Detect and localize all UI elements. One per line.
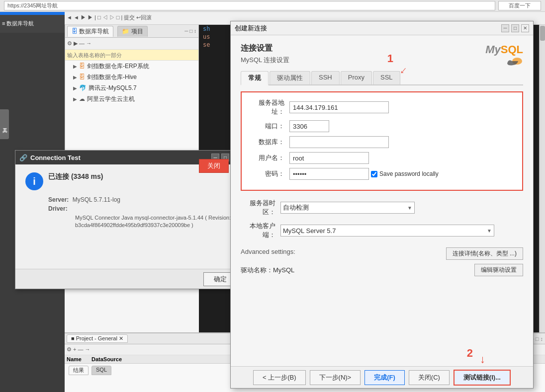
close-overlay-area: 关闭 (199, 159, 229, 173)
client-select[interactable]: MySQL Server 5.7 ▼ (280, 225, 494, 236)
tree-item-hive[interactable]: ▶ 🗄 剑指数据仓库-Hive (65, 72, 198, 82)
inner-tab-sql[interactable]: SQL (91, 366, 111, 375)
db-icon: 🗄 (79, 63, 85, 70)
create-connection-dialog: 创建新连接 ─ □ ✕ 连接设置 MySQL 连接设置 MySQL (230, 21, 534, 389)
conn-driver-row: Driver: (48, 205, 233, 212)
bottom-tool-icon[interactable]: ⚙ + — → (67, 346, 91, 353)
browser-bar: https://2345网址导航 百度一下 (0, 0, 545, 12)
db-nav-tab-project[interactable]: 📁 项目 (117, 26, 147, 37)
client-arrow: ▼ (487, 228, 492, 234)
tab-ssh[interactable]: SSH (311, 71, 340, 84)
pwd-label: 密码： (250, 169, 289, 178)
username-row: 用户名： (250, 152, 514, 164)
test-connection-button[interactable]: 测试链接(I)... (454, 370, 511, 386)
db-nav-tab-main[interactable]: 🗄 数据库导航 (67, 26, 113, 37)
client-row: 本地客户端： MySQL Server 5.7 ▼ (241, 222, 523, 239)
advanced-section: Advanced settings: 连接详情(名称、类型 ...) 驱动名称：… (241, 247, 523, 276)
annotation-2: 2 (467, 347, 473, 360)
next-button[interactable]: 下一步(N)> (310, 370, 361, 385)
header-row: 连接设置 MySQL 连接设置 MySQL (241, 43, 523, 71)
pwd-field-group: Save password locally (289, 168, 439, 180)
port-input[interactable] (289, 120, 329, 132)
create-conn-minimize[interactable]: ─ (501, 24, 509, 32)
toolbar-icons: ◄ ◄ ▶ ▶ | □ ◁ ▷ □ | 提交 ↩回滚 (67, 14, 152, 21)
save-pwd-label: Save password locally (379, 170, 439, 177)
password-row: 密码： Save password locally (250, 168, 514, 180)
db-icon: 🗄 (79, 74, 85, 80)
conn-info-row: i 已连接 (3348 ms) (25, 172, 233, 190)
tab-project-general[interactable]: ■ Project - General ✕ (67, 334, 128, 343)
save-pwd-checkbox[interactable] (371, 171, 377, 177)
conn-status: 已连接 (3348 ms) (48, 172, 103, 181)
side-labels: 工具 (0, 109, 9, 139)
conn-test-body: i 已连接 (3348 ms) Server: MySQL 5.7.11-log… (15, 164, 243, 269)
timezone-row: 服务器时区： 自动检测 ▼ (241, 199, 523, 217)
conn-detail-button[interactable]: 连接详情(名称、类型 ...) (446, 247, 523, 260)
create-conn-footer: < 上一步(B) 下一步(N)> 完成(F) 关闭(C) 测试链接(I)... (231, 366, 533, 388)
scrollbar-thumb[interactable] (540, 26, 545, 41)
browser-url: https://2345网址导航 (4, 1, 495, 10)
edit-driver-button[interactable]: 编辑驱动设置 (474, 264, 523, 276)
tab-driver-props[interactable]: 驱动属性 (270, 71, 310, 84)
tree-arrow: ▶ (73, 64, 77, 69)
tree-item-tencent[interactable]: ▶ 🐬 腾讯云-MySQL5.7 (65, 82, 198, 93)
tree-item-erp[interactable]: ▶ 🗄 剑指数据仓库-ERP系统 (65, 61, 198, 72)
conn-server-info: Server: MySQL 5.7.11-log Driver: MySQL C… (48, 196, 233, 230)
col-name: Name (67, 356, 82, 362)
tab-ssl[interactable]: SSL (373, 71, 400, 84)
db-icon: 🐬 (79, 84, 87, 91)
timezone-arrow: ▼ (407, 205, 412, 211)
side-label-tools[interactable]: 工具 (0, 109, 9, 139)
create-conn-title: 创建新连接 (235, 24, 267, 33)
database-row: 数据库： (250, 136, 514, 148)
conn-driver-value: MySQL Connector Java mysql-connector-jav… (75, 214, 233, 230)
mysql-dolphin-icon (503, 56, 523, 71)
browser-search[interactable]: 百度一下 (498, 1, 541, 10)
tree-item-aliyun[interactable]: ▶ ☁ 阿里云学生云主机 (65, 93, 198, 104)
db-nav-header: 🗄 数据库导航 📁 项目 ─ □ ↕ (65, 25, 198, 38)
host-row: 服务器地址： (250, 98, 514, 116)
finish-button[interactable]: 完成(F) (364, 370, 405, 385)
tree-arrow: ▶ (73, 75, 77, 80)
left-nav-db[interactable]: ≡ 数据库导航 (0, 15, 65, 33)
col-datasource: DataSource (91, 356, 122, 362)
info-icon: i (25, 172, 43, 190)
back-button[interactable]: < 上一步(B) (253, 370, 306, 385)
port-row: 端口： (250, 120, 514, 132)
db-label: 数据库： (250, 138, 289, 147)
user-label: 用户名： (250, 154, 289, 162)
client-label: 本地客户端： (241, 222, 280, 239)
conn-test-footer: 确定 (15, 269, 243, 289)
close-button[interactable]: 关闭(C) (409, 370, 450, 385)
user-input[interactable] (289, 152, 369, 164)
create-conn-body: 连接设置 MySQL 连接设置 MySQL 常规 驱动属性 SSH Proxy … (231, 35, 533, 366)
scrollbar[interactable] (539, 25, 545, 332)
mysql-logo: MySQL (485, 43, 523, 71)
db-nav-tool-btn[interactable]: ⚙ ▶ — → (67, 40, 91, 47)
timezone-label: 服务器时区： (241, 199, 280, 217)
tab-general[interactable]: 常规 (241, 71, 269, 85)
conn-tabs: 常规 驱动属性 SSH Proxy SSL (241, 71, 523, 85)
create-conn-close[interactable]: ✕ (521, 24, 529, 32)
conn-server-row: Server: MySQL 5.7.11-log (48, 196, 233, 203)
db-icon: ☁ (79, 95, 85, 102)
conn-info-details: 已连接 (3348 ms) (48, 172, 103, 185)
create-conn-maximize[interactable]: □ (511, 24, 519, 32)
advanced-header: Advanced settings: 连接详情(名称、类型 ...) (241, 247, 523, 260)
pwd-input[interactable] (289, 168, 369, 180)
tree-arrow: ▶ (73, 96, 77, 102)
advanced-title: Advanced settings: (241, 248, 295, 255)
tree-arrow: ▶ (73, 85, 77, 91)
close-overlay-button[interactable]: 关闭 (199, 159, 229, 173)
conn-section-title: 连接设置 (241, 43, 289, 54)
header-text: 连接设置 MySQL 连接设置 (241, 43, 289, 71)
timezone-select[interactable]: 自动检测 ▼ (280, 202, 415, 214)
inner-tab-results[interactable]: 结果 (69, 366, 89, 375)
driver-name-label: 驱动名称：MySQL (241, 266, 294, 275)
db-nav-search-input[interactable] (65, 50, 198, 61)
create-conn-window-controls: ─ □ ✕ (501, 24, 529, 32)
db-input[interactable] (289, 136, 389, 148)
tab-proxy[interactable]: Proxy (341, 71, 372, 84)
host-input[interactable] (289, 101, 389, 113)
annotation-1: 1 (387, 52, 393, 65)
